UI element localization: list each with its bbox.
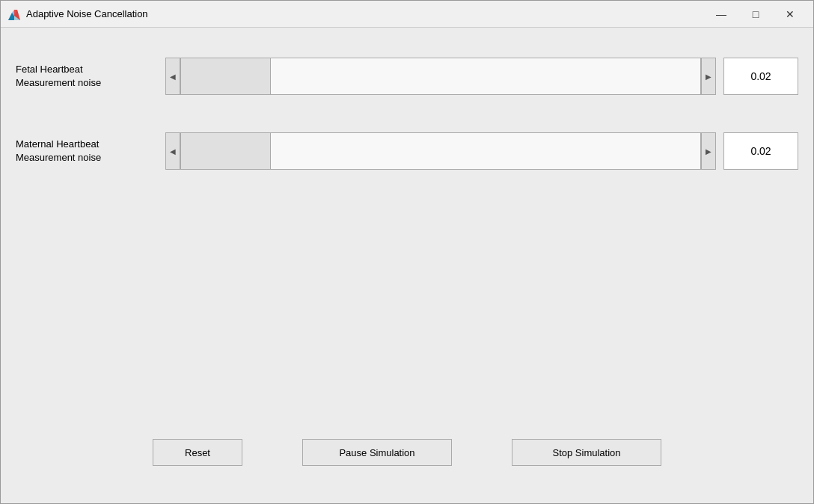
main-window: Adaptive Noise Cancellation — □ ✕ Fetal … — [0, 0, 814, 504]
maternal-slider-label: Maternal Heartbeat Measurement noise — [16, 138, 165, 165]
fetal-slider-value[interactable]: 0.02 — [723, 58, 798, 95]
fetal-slider-thumb — [181, 58, 271, 94]
content-area: Fetal Heartbeat Measurement noise ◀ ▶ 0.… — [1, 28, 813, 503]
maternal-slider-right-arrow[interactable]: ▶ — [701, 132, 716, 170]
maternal-slider-value[interactable]: 0.02 — [723, 132, 798, 170]
maximize-button[interactable]: □ — [738, 2, 773, 26]
reset-button[interactable]: Reset — [153, 439, 242, 466]
maternal-slider-left-arrow[interactable]: ◀ — [165, 132, 180, 170]
window-title: Adaptive Noise Cancellation — [26, 8, 704, 19]
minimize-button[interactable]: — — [704, 2, 738, 26]
window-controls: — □ ✕ — [704, 2, 807, 26]
content-spacer — [16, 192, 798, 439]
fetal-slider-right-arrow[interactable]: ▶ — [701, 58, 716, 95]
maternal-slider-row: Maternal Heartbeat Measurement noise ◀ ▶… — [16, 132, 798, 170]
stop-button[interactable]: Stop Simulation — [512, 439, 661, 466]
close-button[interactable]: ✕ — [773, 2, 807, 26]
title-bar: Adaptive Noise Cancellation — □ ✕ — [1, 1, 813, 28]
maternal-slider-thumb — [181, 133, 271, 169]
button-row: Reset Pause Simulation Stop Simulation — [16, 439, 798, 488]
fetal-slider-container: ◀ ▶ — [165, 58, 716, 95]
fetal-slider-row: Fetal Heartbeat Measurement noise ◀ ▶ 0.… — [16, 58, 798, 95]
fetal-slider-label: Fetal Heartbeat Measurement noise — [16, 63, 165, 90]
maternal-slider-track[interactable] — [180, 132, 701, 170]
fetal-slider-track[interactable] — [180, 58, 701, 95]
maternal-slider-container: ◀ ▶ — [165, 132, 716, 170]
pause-button[interactable]: Pause Simulation — [302, 439, 452, 466]
fetal-slider-left-arrow[interactable]: ◀ — [165, 58, 180, 95]
matlab-icon — [7, 7, 22, 22]
